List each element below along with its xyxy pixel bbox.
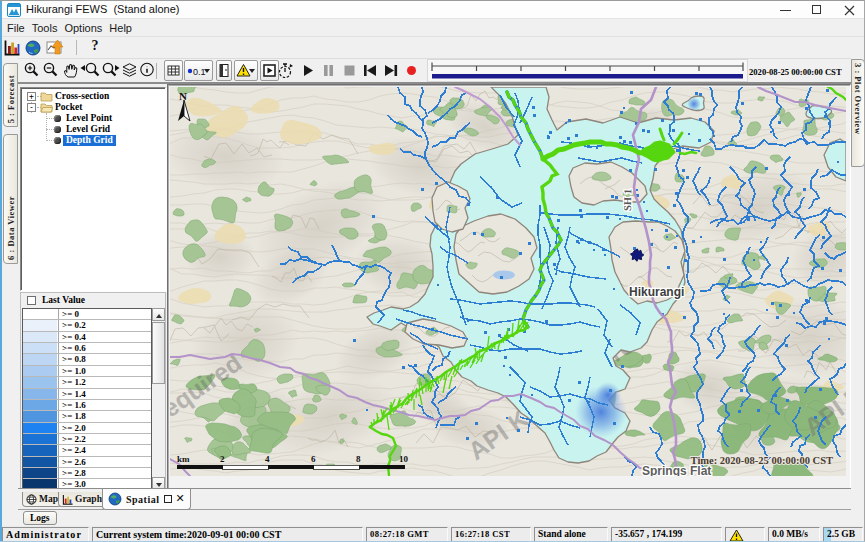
tab-graph[interactable]: Graph	[58, 492, 106, 507]
tree-collapse-icon[interactable]: -	[27, 103, 36, 112]
globe-spatial-icon[interactable]	[26, 41, 40, 55]
tab-map[interactable]: Map	[22, 492, 62, 507]
tree-item-cross-section[interactable]: + Cross-section	[21, 91, 165, 102]
sidebar-tab-plot-overview[interactable]: 3 : Plot Overview	[851, 59, 865, 167]
legend-row[interactable]: >= 2.2	[23, 434, 164, 445]
layer-tree-panel: + Cross-section - Pocket Level Point Lev…	[20, 87, 166, 291]
logs-row: Logs	[18, 510, 851, 526]
legend-row[interactable]: >= 1.6	[23, 400, 164, 411]
pan-hand-icon[interactable]	[65, 65, 77, 77]
legend-swatch	[23, 434, 57, 444]
menu-item[interactable]: Tools	[31, 22, 59, 34]
tree-item-level-point[interactable]: Level Point	[21, 113, 165, 124]
scale-tick-label: 2	[220, 454, 225, 464]
tree-item-label: Level Grid	[66, 124, 110, 135]
folder-open-icon	[40, 102, 53, 113]
status-gmt-time: 08:27:18 GMT	[366, 527, 448, 542]
legend-row-label: >= 1.2	[58, 377, 152, 387]
bullet-icon	[54, 137, 61, 144]
menu-item[interactable]: Options	[63, 22, 103, 34]
legend-row-label: >= 1.4	[58, 389, 152, 399]
tree-item-level-grid[interactable]: Level Grid	[21, 124, 165, 135]
right-tab-strip: 3 : Plot Overview	[851, 58, 865, 526]
sidebar-tab-forecast[interactable]: 5 : Forecast	[3, 63, 18, 127]
scale-door-button[interactable]	[216, 60, 232, 81]
main-toolbar: ?	[0, 37, 864, 59]
scale-tick-label: 4	[265, 454, 270, 464]
help-icon[interactable]: ?	[88, 38, 102, 56]
legend-row[interactable]: >= 2.6	[23, 457, 164, 468]
map-canvas[interactable]: API Key Required API Key Required API Ke…	[170, 87, 846, 476]
legend-list: >= 0 >= 0.2 >= 0.4 >= 0.6	[22, 308, 165, 490]
warning-dropdown[interactable]	[234, 60, 258, 81]
tree-expand-icon[interactable]: +	[27, 92, 36, 101]
legend-row-label: >= 2.6	[58, 457, 152, 467]
logs-button[interactable]: Logs	[23, 511, 57, 525]
tree-item-depth-grid[interactable]: Depth Grid	[21, 135, 165, 146]
minimize-button[interactable]	[770, 1, 800, 19]
legend-row[interactable]: >= 0.4	[23, 332, 164, 343]
close-button[interactable]	[834, 1, 864, 19]
precision-dropdown[interactable]: 0.1	[184, 60, 213, 81]
scale-tick-label: 10	[399, 454, 409, 464]
status-throughput: 0.0 MB/s	[768, 527, 820, 542]
tree-item-pocket[interactable]: - Pocket	[21, 102, 165, 113]
zoom-out-icon[interactable]	[44, 63, 56, 75]
last-value-label: Last Value	[42, 295, 85, 305]
timeline-slider[interactable]	[427, 59, 748, 82]
legend-row[interactable]: >= 0.6	[23, 343, 164, 354]
tab-close-icon[interactable]: ✕	[176, 494, 185, 504]
chevron-down-icon	[249, 69, 255, 73]
tab-maximize-icon[interactable]	[164, 495, 172, 503]
legend-row[interactable]: >= 0.2	[23, 320, 164, 331]
skip-forward-button[interactable]	[385, 65, 397, 76]
scroll-up-button[interactable]	[152, 308, 165, 321]
menu-item[interactable]: Help	[108, 22, 133, 34]
zoom-in-icon[interactable]	[25, 63, 37, 75]
maximize-button[interactable]	[802, 1, 832, 19]
scrollbar-thumb[interactable]	[152, 322, 165, 384]
legend-row[interactable]: >= 0.8	[23, 354, 164, 365]
stop-button[interactable]	[345, 66, 355, 76]
timeline-bar	[432, 74, 743, 79]
info-icon[interactable]	[141, 63, 153, 75]
tab-label: Map	[39, 494, 58, 504]
map-panel[interactable]: API Key Required API Key Required API Ke…	[167, 84, 851, 492]
data-browser-bars-icon[interactable]	[6, 41, 20, 55]
title-bar[interactable]: Hikurangi FEWS (Stand alone)	[0, 1, 864, 19]
legend-row[interactable]: >= 1.4	[23, 389, 164, 400]
legend-row[interactable]: >= 1.8	[23, 411, 164, 422]
sidebar-tab-data-viewer[interactable]: 6 : Data Viewer	[3, 134, 18, 264]
grid-button[interactable]	[164, 60, 183, 81]
bullet-icon	[54, 126, 61, 133]
legend-swatch	[23, 343, 57, 353]
legend-scrollbar[interactable]	[151, 308, 165, 490]
menu-item[interactable]: File	[6, 22, 26, 34]
tab-label: Graph	[75, 494, 102, 504]
play-button[interactable]	[304, 65, 313, 76]
layers-icon[interactable]	[123, 64, 136, 76]
legend-row-label: >= 0.6	[58, 343, 152, 353]
legend-row[interactable]: >= 2.8	[23, 468, 164, 479]
bullet-icon	[54, 115, 61, 122]
zoom-previous-icon[interactable]	[81, 63, 99, 75]
legend-swatch	[23, 457, 57, 467]
legend-swatch	[23, 332, 57, 342]
tab-spatial-active[interactable]: Spatial ✕	[102, 489, 191, 510]
legend-row[interactable]: >= 0	[23, 309, 164, 320]
legend-row[interactable]: >= 1.0	[23, 366, 164, 377]
zoom-next-icon[interactable]	[103, 63, 119, 75]
chart-export-arrow-icon[interactable]	[47, 40, 63, 54]
last-value-checkbox[interactable]	[27, 296, 36, 305]
pause-button[interactable]	[324, 65, 333, 76]
arrow-up-icon	[156, 314, 162, 318]
stopwatch-icon[interactable]	[280, 64, 294, 78]
status-coordinates: -35.657 , 174.199	[611, 527, 722, 542]
record-button[interactable]	[407, 66, 416, 75]
legend-row[interactable]: >= 2.0	[23, 423, 164, 434]
legend-row-label: >= 2.4	[58, 445, 152, 455]
skip-back-button[interactable]	[364, 65, 376, 76]
legend-row[interactable]: >= 2.4	[23, 445, 164, 456]
legend-swatch	[23, 377, 57, 387]
legend-row[interactable]: >= 1.2	[23, 377, 164, 388]
